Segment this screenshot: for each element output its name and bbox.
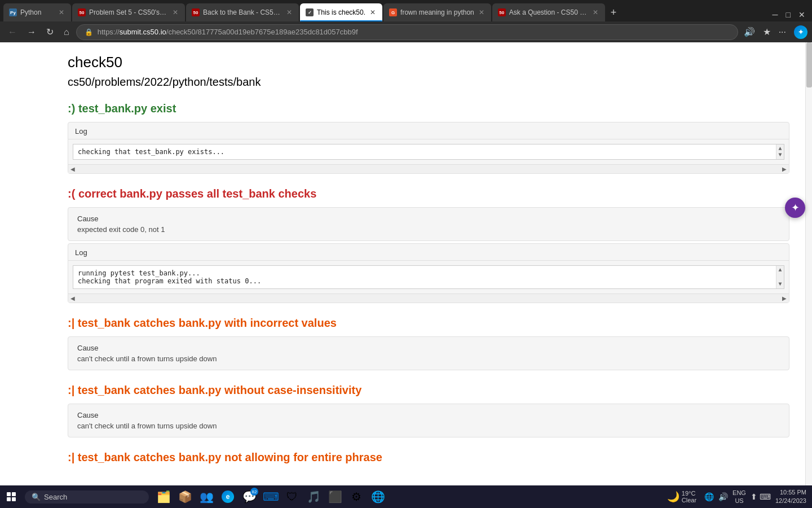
tab-close-button[interactable]: ✕ (478, 7, 486, 17)
tab-frown[interactable]: Gfrown meaning in python✕ (383, 3, 491, 21)
url-domain: submit.cs50.io (120, 28, 166, 36)
tab-close-button[interactable]: ✕ (592, 7, 599, 17)
minimize-button[interactable]: ─ (769, 8, 782, 21)
cause-box-2: Causecan't check until a frown turns ups… (68, 336, 789, 370)
tab-close-button[interactable]: ✕ (58, 7, 65, 17)
network-icon[interactable]: 🌐 (704, 492, 714, 501)
address-bar[interactable]: 🔒 https://submit.cs50.io/check50/817775a… (76, 24, 738, 40)
tab-favicon: G (389, 8, 397, 16)
search-icon: 🔍 (32, 493, 41, 501)
taskbar-app-1[interactable]: 🛡 (282, 487, 302, 507)
page-title: check50 (68, 54, 789, 71)
taskbar-app-messenger[interactable]: 💬 82 (239, 487, 259, 507)
tab-favicon: 50 (498, 8, 506, 16)
favorites-button[interactable]: ★ (761, 24, 773, 40)
cause-box-3: Causecan't check until a frown turns ups… (68, 404, 789, 437)
log-box-1: Logrunning pytest test_bank.py... checki… (68, 243, 789, 303)
tab-label: This is check50. (317, 8, 365, 16)
cause-text-1: expected exit code 0, not 1 (77, 225, 780, 234)
notification-badge: 82 (250, 488, 258, 496)
system-tray-icon[interactable]: ⬆ (751, 492, 757, 501)
weather-widget[interactable]: 🌙 19°C Clear (664, 490, 700, 503)
back-button[interactable]: ← (5, 25, 20, 40)
tab-problem-set[interactable]: 50Problem Set 5 - CS50's Intr...✕ (72, 3, 185, 21)
cause-label-2: Cause (77, 344, 780, 352)
test-section-1: :( correct bank.py passes all test_bank … (68, 187, 789, 303)
log-pre-1: running pytest test_bank.py... checking … (78, 269, 773, 285)
browser-menu-button[interactable]: ··· (776, 25, 788, 40)
cause-text-3: can't check until a frown turns upside d… (77, 422, 780, 430)
tab-python[interactable]: PyPython✕ (3, 3, 71, 21)
page-scrollbar[interactable] (805, 42, 812, 485)
search-label: Search (44, 493, 67, 501)
taskbar-app-2[interactable]: 🎵 (303, 487, 324, 507)
test-heading-0: :) test_bank.py exist (68, 102, 789, 115)
test-section-4: :| test_bank catches bank.py not allowin… (68, 451, 789, 464)
tab-close-button[interactable]: ✕ (369, 7, 377, 17)
scrollbar-thumb[interactable] (806, 42, 812, 87)
test-heading-4: :| test_bank catches bank.py not allowin… (68, 451, 789, 464)
url-path: /check50/817775a00d19eb7675e189ae235dc81… (166, 28, 358, 36)
tab-close-button[interactable]: ✕ (171, 7, 179, 17)
maximize-button[interactable]: □ (783, 8, 794, 21)
copilot-icon: ✦ (791, 202, 800, 214)
copilot-button[interactable]: ✦ (785, 198, 805, 218)
forward-button[interactable]: → (24, 25, 39, 40)
tab-favicon: Py (9, 8, 17, 16)
cause-box-1: Causeexpected exit code 0, not 1 (68, 207, 789, 241)
page-content: check50 cs50/problems/2022/python/tests/… (0, 42, 812, 485)
language-indicator[interactable]: ENG US (732, 489, 746, 505)
taskbar-app-vscode[interactable]: ⌨ (261, 487, 281, 507)
page-subtitle: cs50/problems/2022/python/tests/bank (68, 76, 789, 89)
tab-ask-question[interactable]: 50Ask a Question - CS50 Sta...✕ (492, 3, 605, 21)
taskbar: 🔍 Search 🗂️ 📦 👥 e 💬 82 ⌨ 🛡 🎵 ⬛ ⚙ 🌐 (0, 485, 812, 508)
log-header-1: Log (68, 244, 789, 261)
log-hscrollbar[interactable]: ◀▶ (68, 294, 789, 303)
weather-temp: 19°C (682, 490, 696, 497)
tab-check50[interactable]: ✓This is check50.✕ (300, 3, 382, 21)
cause-label-3: Cause (77, 411, 780, 419)
taskbar-system: 🌙 19°C Clear 🌐 🔊 ENG US ⬆ ⌨ 10:55 PM 12/… (658, 488, 812, 506)
log-vscrollbar[interactable]: ▲▼ (776, 144, 784, 159)
cause-text-2: can't check until a frown turns upside d… (77, 354, 780, 363)
test-heading-1: :( correct bank.py passes all test_bank … (68, 187, 789, 200)
log-box-0: Logchecking that test_bank.py exists...▲… (68, 122, 789, 174)
log-content-1: running pytest test_bank.py... checking … (73, 265, 784, 289)
taskbar-app-mail[interactable]: 📦 (175, 487, 195, 507)
taskbar-app-teams[interactable]: 👥 (196, 487, 217, 507)
tab-label: Ask a Question - CS50 Sta... (509, 8, 588, 16)
cause-label-1: Cause (77, 214, 780, 223)
tab-bank[interactable]: 50Back to the Bank - CS50's ...✕ (186, 3, 299, 21)
browser-controls: ← → ↻ ⌂ 🔒 https://submit.cs50.io/check50… (0, 21, 812, 42)
log-hscrollbar[interactable]: ◀▶ (68, 164, 789, 173)
edge-copilot-icon[interactable]: ✦ (794, 25, 807, 39)
volume-icon[interactable]: 🔊 (718, 492, 728, 501)
clock-time: 10:55 PM (775, 488, 806, 497)
reload-button[interactable]: ↻ (43, 24, 57, 40)
lang-line1: ENG (732, 489, 746, 497)
taskbar-app-explorer[interactable]: 🗂️ (153, 487, 174, 507)
url-prefix: https:// (98, 28, 120, 36)
close-button[interactable]: ✕ (795, 8, 809, 21)
read-aloud-button[interactable]: 🔊 (742, 24, 757, 40)
log-header-0: Log (68, 122, 789, 139)
test-heading-3: :| test_bank catches bank.py without cas… (68, 384, 789, 397)
clock-date: 12/24/2023 (775, 497, 806, 505)
start-button[interactable] (0, 485, 23, 508)
taskbar-app-terminal[interactable]: ⬛ (325, 487, 345, 507)
taskbar-app-edge[interactable]: e (218, 487, 238, 507)
new-tab-button[interactable]: + (606, 5, 621, 21)
tab-label: Back to the Bank - CS50's ... (203, 8, 282, 16)
taskbar-app-chrome[interactable]: 🌐 (368, 487, 388, 507)
keyboard-icon[interactable]: ⌨ (760, 492, 771, 501)
tab-close-button[interactable]: ✕ (285, 7, 293, 17)
browser-actions: 🔊 ★ ··· ✦ (742, 24, 807, 40)
taskbar-app-3[interactable]: ⚙ (346, 487, 367, 507)
taskbar-search[interactable]: 🔍 Search (25, 491, 149, 503)
tab-label: Problem Set 5 - CS50's Intr... (89, 8, 168, 16)
tab-label: frown meaning in python (400, 8, 474, 16)
log-vscrollbar[interactable]: ▲▼ (776, 266, 784, 288)
home-button[interactable]: ⌂ (60, 25, 73, 40)
taskbar-clock[interactable]: 10:55 PM 12/24/2023 (775, 488, 806, 506)
tab-favicon: ✓ (306, 8, 314, 16)
